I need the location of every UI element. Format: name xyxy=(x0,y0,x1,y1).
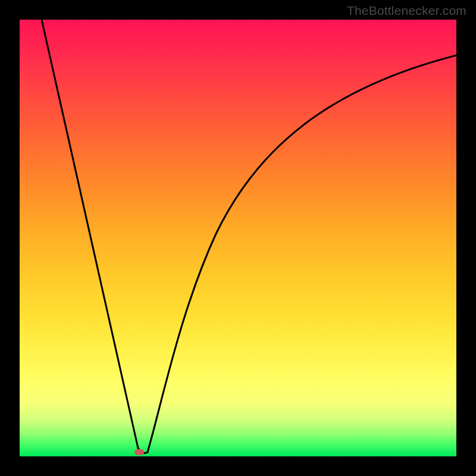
curve-left-limb xyxy=(42,20,138,448)
optimal-point-marker xyxy=(134,449,144,455)
watermark-text: TheBottlenecker.com xyxy=(347,4,466,18)
chart-frame: TheBottlenecker.com xyxy=(0,0,476,476)
curve-right-limb xyxy=(148,55,456,452)
curve-layer xyxy=(20,20,456,456)
plot-area xyxy=(20,20,456,456)
